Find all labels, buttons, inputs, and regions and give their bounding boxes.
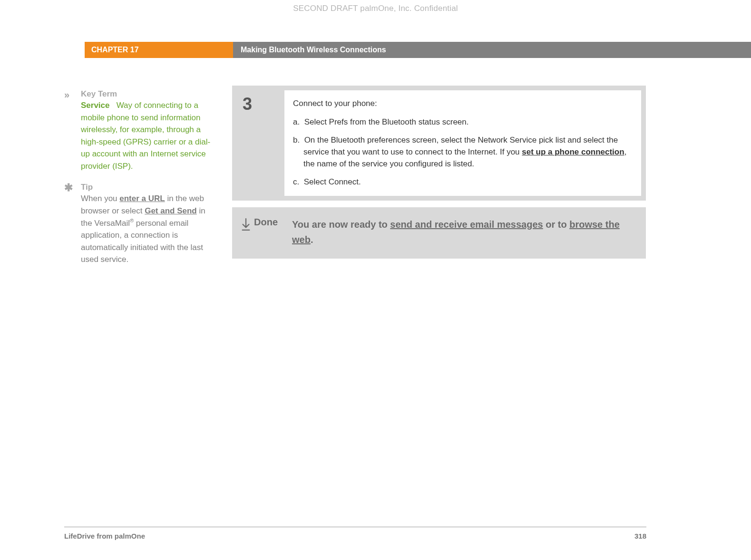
done-mid: or to	[543, 219, 570, 230]
step-body: Connect to your phone: a. Select Prefs f…	[284, 90, 641, 196]
confidential-watermark: SECOND DRAFT palmOne, Inc. Confidential	[0, 4, 751, 13]
tip-link-get-and-send[interactable]: Get and Send	[145, 206, 197, 215]
tip-block: ✱ Tip When you enter a URL in the web br…	[64, 183, 216, 266]
step-number: 3	[237, 90, 284, 196]
step-3-frame: 3 Connect to your phone: a. Select Prefs…	[232, 86, 646, 201]
done-arrow-icon	[241, 217, 254, 233]
done-label: Done	[254, 217, 292, 228]
tip-icon: ✱	[64, 183, 81, 266]
step-b-label: b.	[293, 135, 300, 145]
header-gutter	[0, 42, 85, 58]
done-body: You are now ready to send and receive em…	[292, 217, 637, 247]
step-b: b. On the Bluetooth preferences screen, …	[293, 135, 633, 170]
tip-text-pre: When you	[81, 194, 119, 203]
done-post: .	[311, 234, 313, 245]
footer-page-number: 318	[634, 532, 646, 540]
tip-registered-mark: ®	[130, 218, 134, 223]
done-frame: Done You are now ready to send and recei…	[232, 207, 646, 259]
key-term-icon: »	[64, 89, 81, 172]
chapter-title: Making Bluetooth Wireless Connections	[233, 42, 646, 58]
step-a-label: a.	[293, 117, 300, 126]
tip-heading: Tip	[81, 183, 216, 192]
page-footer: LifeDrive from palmOne 318	[64, 527, 646, 540]
key-term-body: Service Way of connecting to a mobile ph…	[81, 99, 216, 172]
done-link-email[interactable]: send and receive email messages	[390, 219, 543, 230]
done-row: Done You are now ready to send and recei…	[237, 212, 641, 254]
chapter-label: CHAPTER 17	[85, 42, 233, 58]
key-term-word: Service	[81, 101, 110, 110]
step-a-text: Select Prefs from the Bluetooth status s…	[304, 117, 469, 126]
key-term-heading: Key Term	[81, 89, 216, 99]
header-right-gutter	[646, 42, 751, 58]
step-a: a. Select Prefs from the Bluetooth statu…	[293, 116, 633, 128]
key-term-block: » Key Term Service Way of connecting to …	[64, 89, 216, 172]
step-c: c. Select Connect.	[293, 176, 633, 188]
footer-product: LifeDrive from palmOne	[64, 532, 145, 540]
tip-content: Tip When you enter a URL in the web brow…	[81, 183, 216, 266]
step-c-text: Select Connect.	[304, 177, 361, 186]
step-intro: Connect to your phone:	[293, 98, 633, 110]
tip-body: When you enter a URL in the web browser …	[81, 193, 216, 266]
tip-link-enter-url[interactable]: enter a URL	[119, 194, 165, 203]
done-pre: You are now ready to	[292, 219, 390, 230]
key-term-content: Key Term Service Way of connecting to a …	[81, 89, 216, 172]
chapter-header-bar: CHAPTER 17 Making Bluetooth Wireless Con…	[0, 42, 751, 58]
key-term-definition: Way of connecting to a mobile phone to s…	[81, 101, 210, 171]
step-b-link[interactable]: set up a phone connection	[522, 147, 624, 156]
step-3-row: 3 Connect to your phone: a. Select Prefs…	[237, 90, 641, 196]
main-content: 3 Connect to your phone: a. Select Prefs…	[232, 86, 646, 265]
sidebar: » Key Term Service Way of connecting to …	[64, 89, 216, 276]
step-c-label: c.	[293, 177, 299, 186]
